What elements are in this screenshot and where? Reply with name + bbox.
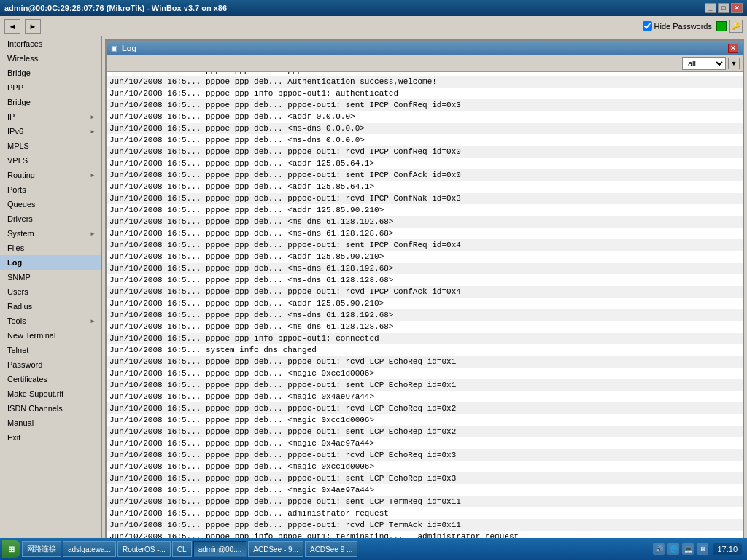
sidebar-item-label: Password: [7, 360, 42, 369]
log-line: Jun/10/2008 16:5... pppoe ppp deb... <ma…: [107, 461, 743, 472]
maximize-button[interactable]: □: [718, 3, 729, 13]
sidebar-item-tools[interactable]: Tools►: [0, 314, 101, 328]
taskbar-item-1[interactable]: adslgatewa...: [63, 541, 116, 557]
log-line: Jun/10/2008 16:5... pppoe ppp deb... <ma…: [107, 484, 743, 496]
log-line: Jun/10/2008 16:5... pppoe ppp info pppoe…: [107, 88, 743, 99]
log-line: Jun/10/2008 16:5... pppoe ppp deb... ppp…: [107, 99, 743, 111]
log-line: Jun/10/2008 16:5... pppoe ppp deb... <ma…: [107, 438, 743, 449]
taskbar-item-3[interactable]: CL: [172, 541, 192, 557]
log-close-button[interactable]: ✕: [728, 44, 738, 53]
sidebar-item-label: Drivers: [7, 214, 33, 223]
status-green-icon: [716, 21, 727, 31]
log-line: Jun/10/2008 16:5... pppoe ppp deb... Aut…: [107, 76, 743, 88]
toolbar: ◄ ► Hide Passwords 🔑: [0, 16, 747, 36]
log-line: Jun/10/2008 16:5... pppoe ppp deb... ppp…: [107, 356, 743, 368]
sidebar-item-system[interactable]: System►: [0, 226, 101, 241]
log-line: Jun/10/2008 16:5... pppoe ppp deb... ppp…: [107, 402, 743, 414]
taskbar-item-5[interactable]: ACDSee - 9...: [248, 541, 303, 557]
sidebar-item-log[interactable]: Log: [0, 255, 101, 270]
sidebar-item-label: Queues: [7, 200, 36, 209]
back-button[interactable]: ◄: [4, 19, 20, 34]
log-line: Jun/10/2008 16:5... pppoe ppp deb... <ma…: [107, 414, 743, 426]
log-line: Jun/10/2008 16:5... pppoe ppp deb... <ms…: [107, 262, 743, 274]
title-text: admin@00:0C:29:28:07:76 (MikroTik) - Win…: [4, 4, 227, 12]
toolbar-extra-icon[interactable]: 🔑: [729, 20, 743, 33]
minimize-button[interactable]: _: [705, 3, 716, 13]
sidebar-item-bridge[interactable]: Bridge: [0, 95, 101, 109]
sidebar-item-drivers[interactable]: Drivers: [0, 211, 101, 226]
taskbar-right: 🔊🌐💻🖥17:10: [653, 543, 745, 555]
taskbar-item-0[interactable]: 网路连接: [22, 541, 61, 557]
log-line: Jun/10/2008 16:5... pppoe ppp deb... <ma…: [107, 391, 743, 402]
sidebar-item-ipv6[interactable]: IPv6►: [0, 124, 101, 139]
log-line: Jun/10/2008 16:5... pppoe ppp deb... <ad…: [107, 298, 743, 309]
sidebar-item-mpls[interactable]: MPLS: [0, 139, 101, 153]
sidebar-item-files[interactable]: Files: [0, 241, 101, 255]
taskbar: ⊞ 网路连接adslgatewa...RouterOS -...CLadmin@…: [0, 538, 747, 560]
sidebar-arrow-icon: ►: [90, 230, 96, 237]
sidebar-item-snmp[interactable]: SNMP: [0, 270, 101, 284]
sidebar-item-make-supout.rif[interactable]: Make Supout.rif: [0, 386, 101, 401]
taskbar-item-4[interactable]: admin@00:...: [193, 541, 247, 557]
sidebar: InterfacesWirelessBridgePPPBridgeIP►IPv6…: [0, 36, 102, 559]
sys-icon: 🔊: [653, 543, 665, 555]
log-line: Jun/10/2008 16:5... pppoe ppp deb... <ms…: [107, 228, 743, 239]
sidebar-item-label: Radius: [7, 302, 32, 311]
log-window: ▣ Log ✕ all info warning error debug ▼ J…: [105, 39, 744, 556]
sidebar-item-radius[interactable]: Radius: [0, 299, 101, 314]
sidebar-item-telnet[interactable]: Telnet: [0, 343, 101, 357]
sidebar-item-isdn-channels[interactable]: ISDN Channels: [0, 401, 101, 416]
log-line: Jun/10/2008 16:5... pppoe ppp deb... adm…: [107, 508, 743, 519]
log-line: Jun/10/2008 16:5... pppoe ppp deb... ppp…: [107, 379, 743, 391]
start-button[interactable]: ⊞: [2, 540, 20, 558]
sidebar-item-ports[interactable]: Ports: [0, 182, 101, 197]
close-button[interactable]: ✕: [731, 3, 743, 13]
sidebar-item-ppp[interactable]: PPP: [0, 80, 101, 95]
sidebar-item-label: Interfaces: [7, 39, 42, 48]
log-filter-arrow[interactable]: ▼: [728, 58, 740, 69]
sidebar-item-new-terminal[interactable]: New Terminal: [0, 328, 101, 343]
log-content[interactable]: Jun/10/2008 16:5... pppoe ppp deb... ppp…: [107, 72, 743, 554]
sys-icon: 💻: [682, 543, 694, 555]
sidebar-item-label: SNMP: [7, 273, 31, 281]
sidebar-item-label: Ports: [7, 185, 26, 194]
log-line: Jun/10/2008 16:5... system info dns chan…: [107, 344, 743, 356]
log-line: Jun/10/2008 16:5... pppoe ppp deb... ppp…: [107, 169, 743, 181]
toolbar-icons-right: 🔑: [716, 20, 743, 33]
sidebar-item-manual[interactable]: Manual: [0, 416, 101, 430]
log-line: Jun/10/2008 16:5... pppoe ppp deb... ppp…: [107, 146, 743, 158]
sidebar-item-routing[interactable]: Routing►: [0, 168, 101, 182]
sidebar-item-ip[interactable]: IP►: [0, 109, 101, 124]
log-line: Jun/10/2008 16:5... pppoe ppp deb... ppp…: [107, 192, 743, 204]
sidebar-item-interfaces[interactable]: Interfaces: [0, 36, 101, 51]
log-toolbar: all info warning error debug ▼: [107, 55, 743, 72]
forward-button[interactable]: ►: [25, 19, 41, 34]
sidebar-item-vpls[interactable]: VPLS: [0, 153, 101, 168]
sidebar-item-certificates[interactable]: Certificates: [0, 372, 101, 386]
sidebar-item-queues[interactable]: Queues: [0, 197, 101, 211]
taskbar-item-6[interactable]: ACDSee 9 ...: [305, 541, 357, 557]
log-filter-select[interactable]: all info warning error debug: [682, 57, 726, 70]
sidebar-item-label: Log: [7, 258, 22, 267]
sidebar-item-exit[interactable]: Exit: [0, 430, 101, 445]
sidebar-item-label: Bridge: [7, 98, 31, 106]
hide-passwords-checkbox[interactable]: [643, 21, 652, 31]
sidebar-arrow-icon: ►: [90, 172, 96, 179]
sidebar-item-label: Manual: [7, 419, 34, 427]
sidebar-item-label: ISDN Channels: [7, 404, 63, 413]
title-bar-buttons: _ □ ✕: [705, 3, 743, 13]
sidebar-item-label: New Terminal: [7, 331, 55, 340]
log-line: Jun/10/2008 16:5... pppoe ppp deb... ppp…: [107, 426, 743, 438]
sidebar-item-label: PPP: [7, 83, 23, 92]
sidebar-item-label: Users: [7, 287, 28, 296]
sidebar-item-password[interactable]: Password: [0, 357, 101, 372]
log-line: Jun/10/2008 16:5... pppoe ppp deb... ppp…: [107, 496, 743, 508]
sidebar-item-wireless[interactable]: Wireless: [0, 51, 101, 66]
sidebar-item-label: Files: [7, 244, 24, 252]
sidebar-item-bridge[interactable]: Bridge: [0, 66, 101, 80]
log-line: Jun/10/2008 16:5... pppoe ppp deb... ppp…: [107, 239, 743, 251]
log-line: Jun/10/2008 16:5... pppoe ppp deb... <ms…: [107, 321, 743, 332]
sidebar-item-label: Exit: [7, 433, 20, 442]
sidebar-item-users[interactable]: Users: [0, 284, 101, 299]
taskbar-item-2[interactable]: RouterOS -...: [117, 541, 171, 557]
